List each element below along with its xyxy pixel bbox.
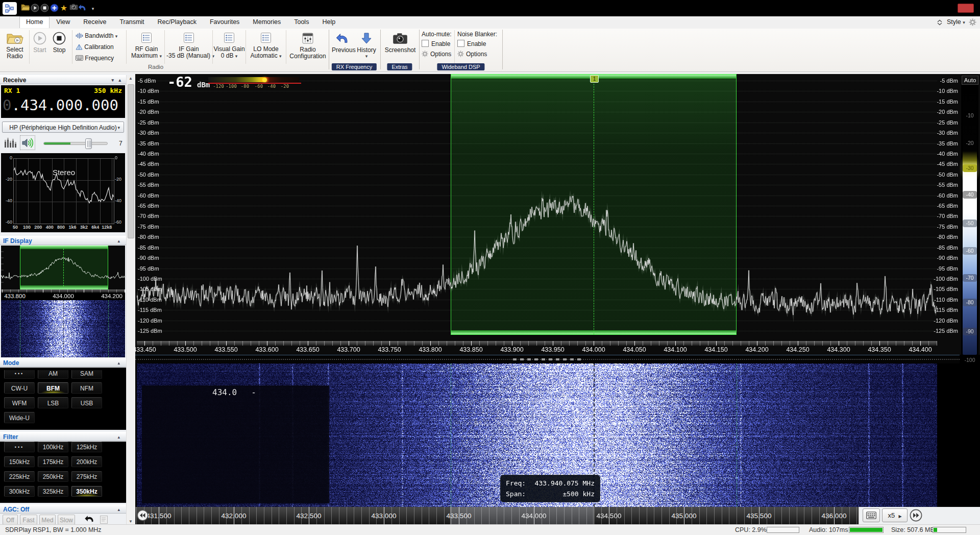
- sidebar-scrollbar[interactable]: ▲ ▼: [126, 75, 134, 525]
- filter-button-325khz[interactable]: 325kHz: [38, 486, 68, 497]
- mode-button-wideu[interactable]: Wide-U: [4, 412, 35, 423]
- filter-button-225khz[interactable]: 225kHz: [4, 471, 35, 482]
- agc-button-med[interactable]: Med: [39, 515, 56, 525]
- colorbar-marker-dot[interactable]: [262, 78, 267, 82]
- open-folder-icon[interactable]: [20, 4, 30, 13]
- mode-button-wfm[interactable]: WFM: [4, 397, 35, 408]
- auto-scale-button[interactable]: Auto: [962, 76, 978, 85]
- collapse-icon[interactable]: ▴: [117, 505, 120, 514]
- filter-button-350khz[interactable]: 350kHz: [71, 486, 102, 497]
- collapse-icon[interactable]: ▴: [117, 432, 120, 442]
- volume-slider[interactable]: [43, 142, 108, 145]
- filter-button-175khz[interactable]: 175kHz: [38, 456, 68, 467]
- camera-icon[interactable]: [69, 4, 78, 13]
- stop-button[interactable]: Stop: [50, 30, 68, 54]
- nav-step-up-button[interactable]: [910, 509, 922, 523]
- tab-view[interactable]: View: [50, 16, 77, 28]
- mode-button-lsb[interactable]: LSB: [38, 397, 68, 408]
- palette-tick--70[interactable]: -70: [963, 274, 977, 282]
- favourite-star-icon[interactable]: ★: [59, 4, 68, 13]
- filter-button-300khz[interactable]: 300kHz: [4, 486, 35, 497]
- undo-arrow-icon[interactable]: [84, 515, 94, 525]
- tab-home[interactable]: Home: [19, 16, 50, 28]
- ribbon-dropdown-if-gain[interactable]: IF Gain-35 dB (Manual) ▾: [166, 30, 211, 60]
- style-menu[interactable]: Style ▾: [947, 18, 965, 26]
- collapse-icon[interactable]: ▴: [117, 358, 120, 368]
- filter-button-[interactable]: •••: [4, 442, 35, 452]
- noise-blanker-enable-checkbox[interactable]: Enable: [457, 40, 500, 51]
- mode-panel-header[interactable]: Mode▴: [0, 358, 126, 367]
- agc-button-fast[interactable]: Fast: [20, 515, 37, 525]
- tab-favourites[interactable]: Favourites: [203, 16, 246, 28]
- settings-gear-icon[interactable]: [969, 18, 976, 28]
- filter-panel-header[interactable]: Filter▴: [0, 432, 126, 441]
- audio-device-dropdown[interactable]: HP (Périphérique High Definition Audio) …: [2, 121, 124, 133]
- previous-button[interactable]: Previous: [332, 30, 354, 54]
- bandwidth-button[interactable]: Bandwidth ▾: [76, 32, 117, 40]
- tab-help[interactable]: Help: [315, 16, 342, 28]
- filter-button-100khz[interactable]: 100kHz: [38, 442, 68, 452]
- spectrum-plot[interactable]: 1 -62 dBm -120-100-80-60-40-20 433.45043…: [137, 74, 937, 355]
- filter-button-125khz[interactable]: 125kHz: [71, 442, 102, 452]
- frequency-navigator[interactable]: 431.500432.000432.500433.000433.500434.0…: [135, 507, 960, 524]
- filter-button-150khz[interactable]: 150kHz: [4, 456, 35, 467]
- nav-zoom-button[interactable]: x5 ▶: [882, 508, 908, 522]
- close-button[interactable]: [958, 4, 974, 13]
- mode-button-usb[interactable]: USB: [71, 397, 102, 408]
- edit-icon[interactable]: [100, 516, 108, 524]
- if-display-panel-header[interactable]: IF Display▴: [0, 236, 126, 245]
- calibration-button[interactable]: Calibration: [76, 43, 114, 51]
- speaker-mute-button[interactable]: [20, 135, 35, 150]
- noise-blanker-options-button[interactable]: Options: [457, 51, 500, 61]
- palette-tick--40[interactable]: -40: [963, 191, 977, 199]
- mode-button-cwu[interactable]: CW-U: [4, 382, 35, 394]
- if-waterfall[interactable]: [1, 300, 125, 357]
- play-icon[interactable]: [30, 4, 39, 13]
- undo-icon[interactable]: [78, 4, 87, 13]
- collapse-up-icon[interactable]: ▴: [118, 76, 121, 85]
- tab-tools[interactable]: Tools: [287, 16, 315, 28]
- rx-frequency-display[interactable]: RX 1 350 kHz 0.434.000.000: [1, 85, 125, 118]
- palette-tick--90[interactable]: -90: [963, 328, 977, 335]
- keyboard-entry-button[interactable]: [863, 508, 880, 522]
- tab-rec-playback[interactable]: Rec/Playback: [151, 16, 203, 28]
- nav-step-down-button[interactable]: [137, 509, 149, 523]
- waterfall-panel[interactable]: 434.0- Freq:433.940.075 MHz Span:±500 kH…: [137, 363, 937, 507]
- stop-icon[interactable]: [40, 4, 49, 13]
- colorbar[interactable]: [208, 77, 299, 82]
- pane-splitter[interactable]: [135, 355, 960, 363]
- tab-receive[interactable]: Receive: [77, 16, 113, 28]
- filter-button-275khz[interactable]: 275kHz: [71, 471, 102, 482]
- frequency-digits[interactable]: .434.000.000: [11, 96, 118, 114]
- agc-button-off[interactable]: Off: [3, 515, 18, 525]
- collapse-icon[interactable]: ▴: [117, 236, 120, 246]
- radio-configuration-button[interactable]: Radio Configuration: [288, 30, 328, 60]
- receive-panel-header[interactable]: Receive ▾ ▴ ×: [0, 75, 134, 84]
- volume-slider-thumb[interactable]: [85, 138, 92, 149]
- spectrum-trace-canvas[interactable]: [137, 74, 937, 341]
- palette-tick--50[interactable]: -50: [963, 220, 977, 227]
- mode-button-nfm[interactable]: NFM: [71, 382, 102, 394]
- agc-button-slow[interactable]: Slow: [58, 515, 75, 525]
- history-button[interactable]: History ▾: [355, 30, 378, 59]
- frequency-button[interactable]: Frequency: [76, 54, 114, 62]
- select-radio-button[interactable]: Select Radio: [2, 30, 28, 60]
- splitter-handle[interactable]: [513, 358, 584, 360]
- palette-tick--30[interactable]: -30: [963, 164, 977, 172]
- palette-tick--80[interactable]: -80: [963, 299, 977, 306]
- start-button[interactable]: Start: [31, 30, 49, 54]
- ribbon-dropdown-rf-gain[interactable]: RF GainMaximum ▾: [129, 30, 164, 60]
- ribbon-dropdown-lo-mode[interactable]: LO ModeAutomatic ▾: [247, 30, 285, 60]
- collapse-down-icon[interactable]: ▾: [111, 76, 114, 85]
- add-icon[interactable]: [50, 4, 59, 13]
- app-icon[interactable]: [3, 2, 17, 15]
- palette-tick--60[interactable]: -60: [963, 247, 977, 255]
- auto-mute-options-button[interactable]: Options: [422, 51, 453, 61]
- scroll-up-icon[interactable]: ▲: [127, 76, 135, 81]
- qat-dropdown-icon[interactable]: ▾: [88, 4, 97, 13]
- tab-memories[interactable]: Memories: [246, 16, 287, 28]
- scroll-down-icon[interactable]: ▼: [127, 519, 135, 524]
- filter-button-250khz[interactable]: 250kHz: [38, 471, 68, 482]
- mode-button-bfm[interactable]: BFM: [38, 382, 68, 394]
- equalizer-icon[interactable]: [4, 137, 16, 149]
